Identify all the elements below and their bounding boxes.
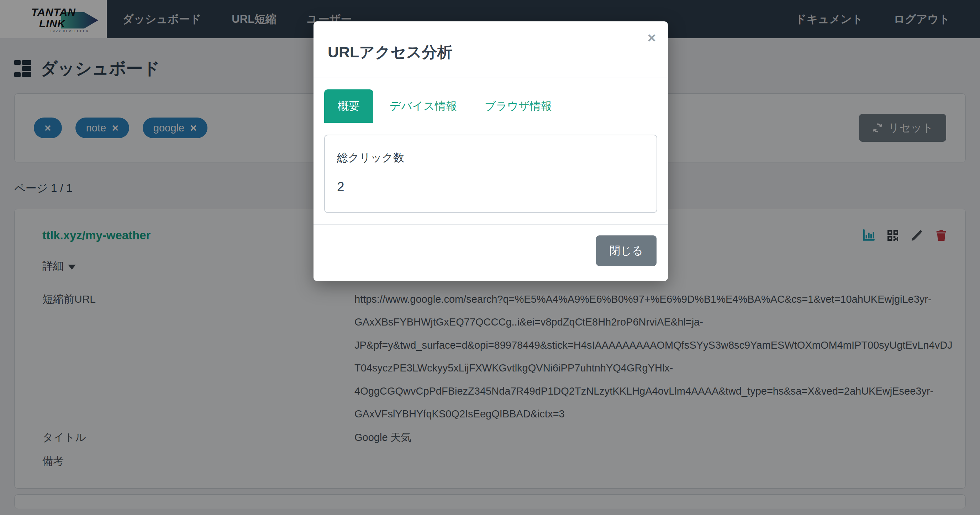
modal-body: 総クリック数 2: [313, 123, 668, 224]
modal-title: URLアクセス分析: [328, 42, 654, 63]
total-clicks-value: 2: [337, 180, 644, 195]
total-clicks-box: 総クリック数 2: [324, 135, 657, 213]
modal-tabs: 概要 デバイス情報 ブラウザ情報: [324, 89, 657, 123]
modal-header: URLアクセス分析 ×: [313, 21, 668, 78]
url-analytics-modal: URLアクセス分析 × 概要 デバイス情報 ブラウザ情報 総クリック数 2 閉じ…: [313, 21, 668, 281]
total-clicks-label: 総クリック数: [337, 150, 644, 165]
tab-browser-info[interactable]: ブラウザ情報: [473, 89, 563, 123]
modal-footer: 閉じる: [313, 224, 668, 281]
tab-device-info[interactable]: デバイス情報: [378, 89, 468, 123]
tab-overview[interactable]: 概要: [324, 89, 373, 123]
modal-close-button[interactable]: 閉じる: [596, 235, 657, 266]
close-icon[interactable]: ×: [648, 30, 656, 45]
